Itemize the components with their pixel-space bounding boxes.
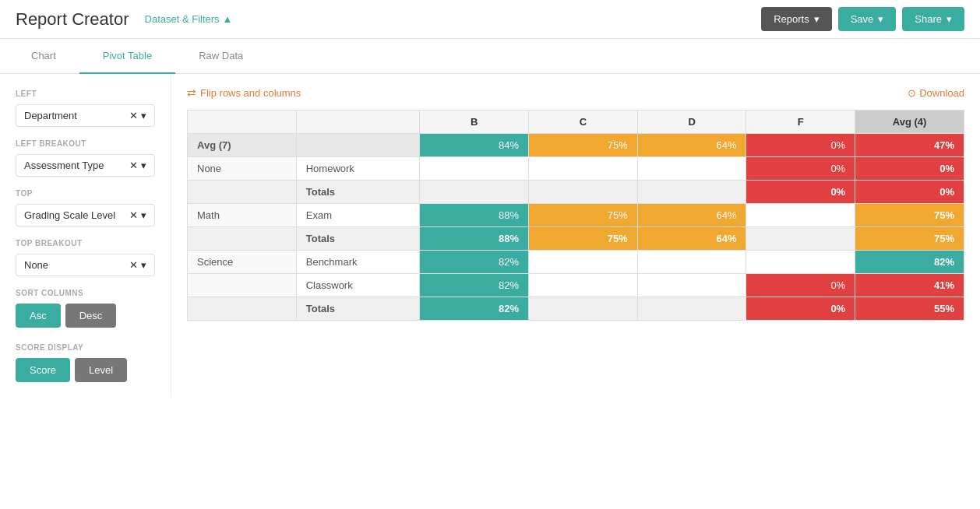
dept-cell (188, 181, 297, 204)
D-cell: 64% (637, 134, 746, 157)
content-actions-bar: ⇄ Flip rows and columns ⊙ Download (187, 86, 964, 99)
B-cell: 82% (420, 251, 529, 274)
sort-buttons: Asc Desc (16, 304, 155, 328)
F-cell: 0% (746, 181, 855, 204)
sub-cell: Homework (296, 157, 420, 181)
C-cell: 75% (528, 204, 637, 227)
top-breakout-clear-icon[interactable]: ✕ (129, 259, 138, 271)
top-clear-icon[interactable]: ✕ (129, 209, 138, 221)
left-breakout-select[interactable]: Assessment Type ✕ ▾ (16, 154, 155, 177)
C-cell: 75% (528, 227, 637, 251)
B-cell: 88% (420, 204, 529, 227)
share-button[interactable]: Share ▾ (902, 7, 964, 31)
sort-desc-button[interactable]: Desc (65, 304, 117, 328)
dept-cell (188, 274, 297, 297)
sub-cell: Totals (296, 181, 420, 204)
D-cell: 64% (637, 227, 746, 251)
left-breakout-clear-icon[interactable]: ✕ (129, 160, 138, 171)
sort-columns-label: SORT COLUMNS (16, 289, 155, 297)
col-header-dept (188, 111, 297, 134)
dept-cell: Avg (7) (188, 134, 297, 157)
tab-raw-data[interactable]: Raw Data (175, 39, 266, 74)
dept-cell: None (188, 157, 297, 181)
top-chevron-icon[interactable]: ▾ (141, 209, 146, 221)
left-breakout-chevron-icon[interactable]: ▾ (141, 160, 146, 171)
avg-cell: 0% (855, 181, 964, 204)
page-title: Report Creator (16, 9, 129, 30)
col-header-B: B (420, 111, 529, 134)
col-header-C: C (528, 111, 637, 134)
F-cell (746, 251, 855, 274)
pivot-table: B C D F Avg (4) Avg (7)84%75%64%0%47%Non… (187, 110, 964, 321)
avg-cell: 75% (855, 227, 964, 251)
dataset-filters-link[interactable]: Dataset & Filters ▲ (145, 13, 233, 25)
dept-cell (188, 297, 297, 321)
left-breakout-label: LEFT BREAKOUT (16, 139, 155, 148)
tab-chart[interactable]: Chart (8, 39, 79, 74)
top-breakout-select[interactable]: None ✕ ▾ (16, 254, 155, 276)
sub-cell: Totals (296, 297, 420, 321)
left-select[interactable]: Department ✕ ▾ (16, 104, 155, 127)
D-cell: 64% (637, 204, 746, 227)
sort-asc-button[interactable]: Asc (16, 304, 61, 328)
C-cell (528, 274, 637, 297)
level-button[interactable]: Level (75, 358, 127, 382)
header: Report Creator Dataset & Filters ▲ Repor… (0, 0, 980, 39)
download-icon: ⊙ (908, 87, 916, 99)
C-cell (528, 251, 637, 274)
top-breakout-chevron-icon[interactable]: ▾ (141, 259, 146, 271)
sub-cell (296, 134, 420, 157)
sidebar: LEFT Department ✕ ▾ LEFT BREAKOUT Assess… (0, 74, 171, 398)
C-cell (528, 181, 637, 204)
reports-button[interactable]: Reports ▾ (761, 7, 832, 31)
F-cell: 0% (746, 297, 855, 321)
dept-cell: Math (188, 204, 297, 227)
avg-cell: 75% (855, 204, 964, 227)
top-label: TOP (16, 189, 155, 198)
D-cell (637, 157, 746, 181)
left-clear-icon[interactable]: ✕ (129, 110, 138, 121)
flip-icon: ⇄ (187, 86, 196, 99)
F-cell (746, 204, 855, 227)
save-button[interactable]: Save ▾ (838, 7, 897, 31)
sub-cell: Totals (296, 227, 420, 251)
sub-cell: Classwork (296, 274, 420, 297)
avg-cell: 41% (855, 274, 964, 297)
tab-pivot-table[interactable]: Pivot Table (79, 39, 175, 74)
score-display-buttons: Score Level (16, 358, 155, 382)
D-cell (637, 297, 746, 321)
avg-cell: 47% (855, 134, 964, 157)
C-cell (528, 157, 637, 181)
left-chevron-icon[interactable]: ▾ (141, 110, 146, 121)
score-display-label: SCORE DISPLAY (16, 343, 155, 352)
col-header-D: D (637, 111, 746, 134)
F-cell: 0% (746, 157, 855, 181)
main-layout: LEFT Department ✕ ▾ LEFT BREAKOUT Assess… (0, 74, 980, 398)
download-link[interactable]: ⊙ Download (908, 87, 964, 99)
B-cell: 82% (420, 274, 529, 297)
B-cell: 82% (420, 297, 529, 321)
sub-cell: Exam (296, 204, 420, 227)
avg-cell: 55% (855, 297, 964, 321)
header-actions: Reports ▾ Save ▾ Share ▾ (761, 7, 964, 31)
flip-rows-button[interactable]: ⇄ Flip rows and columns (187, 86, 301, 99)
avg-cell: 82% (855, 251, 964, 274)
left-label: LEFT (16, 90, 155, 98)
dept-cell (188, 227, 297, 251)
F-cell: 0% (746, 134, 855, 157)
B-cell: 84% (420, 134, 529, 157)
F-cell: 0% (746, 274, 855, 297)
avg-cell: 0% (855, 157, 964, 181)
content-area: ⇄ Flip rows and columns ⊙ Download B C D… (171, 74, 980, 398)
B-cell (420, 181, 529, 204)
B-cell: 88% (420, 227, 529, 251)
C-cell: 75% (528, 134, 637, 157)
top-breakout-label: TOP BREAKOUT (16, 239, 155, 247)
F-cell (746, 227, 855, 251)
B-cell (420, 157, 529, 181)
tabs-bar: Chart Pivot Table Raw Data (0, 39, 980, 74)
dept-cell: Science (188, 251, 297, 274)
D-cell (637, 181, 746, 204)
score-button[interactable]: Score (16, 358, 70, 382)
top-select[interactable]: Grading Scale Level ✕ ▾ (16, 204, 155, 226)
